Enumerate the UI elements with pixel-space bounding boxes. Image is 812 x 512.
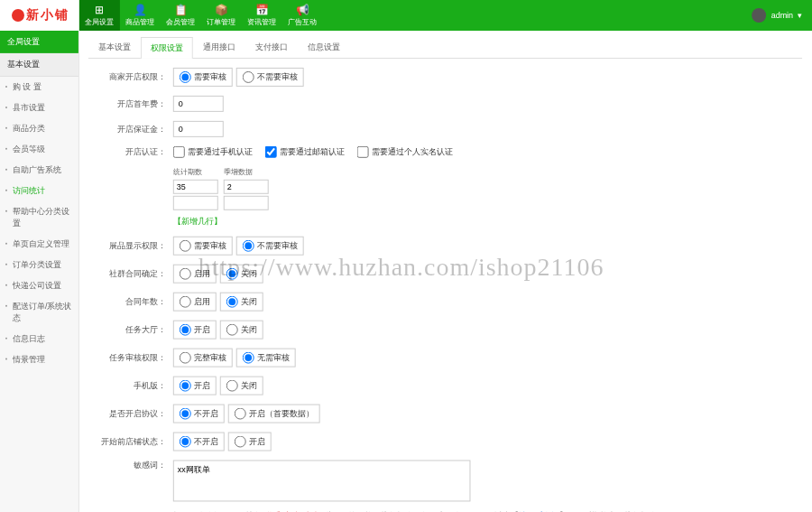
megaphone-icon: 📢 <box>296 4 309 16</box>
tab-basic[interactable]: 基本设置 <box>88 36 141 58</box>
radio-social-off[interactable]: 关闭 <box>220 265 263 284</box>
radio-contract-on[interactable]: 启用 <box>173 293 217 312</box>
radio-hall-on[interactable]: 开启 <box>173 321 217 340</box>
sidebar-subheader: 基本设置 <box>0 53 78 77</box>
sidebar-item-6[interactable]: 帮助中心分类设置 <box>0 201 78 234</box>
chk-email[interactable]: 需要通过邮箱认证 <box>265 146 345 158</box>
sidebar-item-2[interactable]: 商品分类 <box>0 118 78 139</box>
sidebar-item-10[interactable]: 配送订单/系统状态 <box>0 296 78 329</box>
radio-social-on[interactable]: 启用 <box>173 265 217 284</box>
deposit-input[interactable] <box>173 121 224 137</box>
nav-ads[interactable]: 📢广告互动 <box>282 0 323 31</box>
nav-global[interactable]: ⊞全局设置 <box>79 0 120 31</box>
sidebar-item-11[interactable]: 信息日志 <box>0 329 78 349</box>
tab-api[interactable]: 通用接口 <box>193 36 245 58</box>
chk-phone[interactable]: 需要通过手机认证 <box>173 146 253 158</box>
add-rows-link[interactable]: 【新增几行】 <box>173 217 222 226</box>
chk-realname[interactable]: 需要通过个人实名认证 <box>357 146 453 158</box>
calendar-icon: 📅 <box>255 4 269 16</box>
tab-pay[interactable]: 支付接口 <box>245 36 298 58</box>
radio-ostatus-on[interactable]: 开启 <box>228 433 272 451</box>
radio-proto-on[interactable]: 开启（首要数据） <box>228 405 320 424</box>
stat-period-input-2[interactable] <box>173 196 218 210</box>
sidebar-item-3[interactable]: 会员等级 <box>0 139 78 160</box>
sensitive-words-textarea[interactable] <box>173 460 471 501</box>
user-icon: 👤 <box>134 4 147 16</box>
season-input-2[interactable] <box>224 196 269 210</box>
radio-open-noneed[interactable]: 不需要审核 <box>236 68 304 87</box>
sidebar-item-0[interactable]: 购 设 置 <box>0 77 78 98</box>
season-input-1[interactable] <box>224 180 269 194</box>
radio-display-noneed[interactable]: 不需要审核 <box>236 237 304 256</box>
year-fee-input[interactable] <box>173 96 224 112</box>
nav-news[interactable]: 📅资讯管理 <box>242 0 282 31</box>
chevron-down-icon: ▾ <box>798 11 802 20</box>
radio-review-full[interactable]: 完整审核 <box>173 349 233 368</box>
radio-proto-off[interactable]: 不开启 <box>173 405 225 424</box>
radio-open-need[interactable]: 需要审核 <box>173 68 233 87</box>
tab-info[interactable]: 信息设置 <box>298 36 350 58</box>
radio-display-need[interactable]: 需要审核 <box>173 237 233 256</box>
top-nav: ⊞全局设置 👤商品管理 📋会员管理 📦订单管理 📅资讯管理 📢广告互动 <box>79 0 323 31</box>
stat-period-input-1[interactable] <box>173 180 218 194</box>
sidebar-item-12[interactable]: 情景管理 <box>0 349 78 370</box>
user-name: admin <box>771 11 793 20</box>
radio-contract-off[interactable]: 关闭 <box>220 293 263 312</box>
sidebar-item-1[interactable]: 县市设置 <box>0 98 78 118</box>
radio-mobile-off[interactable]: 关闭 <box>220 377 263 396</box>
list-icon: 📋 <box>174 4 188 16</box>
user-menu[interactable]: admin ▾ <box>752 0 802 31</box>
grid-icon: ⊞ <box>95 4 104 16</box>
radio-hall-off[interactable]: 关闭 <box>220 321 263 340</box>
nav-member[interactable]: 📋会员管理 <box>161 0 201 31</box>
radio-review-none[interactable]: 无需审核 <box>236 349 296 368</box>
sidebar-item-8[interactable]: 订单分类设置 <box>0 255 78 275</box>
nav-goods[interactable]: 👤商品管理 <box>120 0 161 31</box>
radio-ostatus-off[interactable]: 不开启 <box>173 433 225 451</box>
sidebar-item-9[interactable]: 快递公司设置 <box>0 275 78 296</box>
sidebar-item-4[interactable]: 自助广告系统 <box>0 160 78 181</box>
box-icon: 📦 <box>215 4 228 16</box>
sidebar-item-7[interactable]: 单页自定义管理 <box>0 234 78 255</box>
radio-mobile-on[interactable]: 开启 <box>173 377 217 396</box>
tab-perm[interactable]: 权限设置 <box>141 37 193 59</box>
tabs: 基本设置 权限设置 通用接口 支付接口 信息设置 <box>88 36 802 59</box>
brand-logo: 新 小 铺 <box>0 0 79 31</box>
nav-order[interactable]: 📦订单管理 <box>201 0 242 31</box>
sidebar: 全局设置 基本设置 购 设 置县市设置商品分类会员等级自助广告系统访问统计帮助中… <box>0 31 79 512</box>
sidebar-header: 全局设置 <box>0 31 78 53</box>
avatar <box>752 8 767 23</box>
sidebar-item-5[interactable]: 访问统计 <box>0 181 78 201</box>
